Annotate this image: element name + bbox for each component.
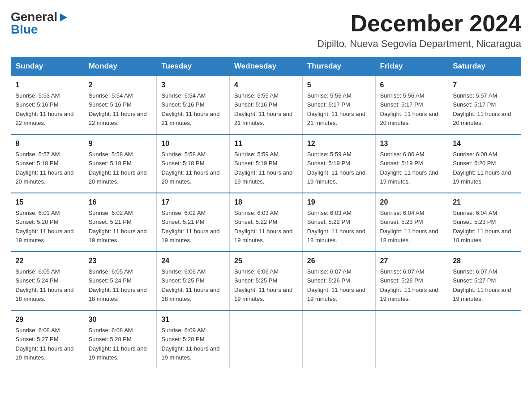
calendar-cell: 12 Sunrise: 5:59 AMSunset: 5:19 PMDaylig…: [302, 134, 375, 193]
calendar-cell: 30 Sunrise: 6:08 AMSunset: 5:28 PMDaylig…: [84, 310, 157, 368]
calendar-cell: 3 Sunrise: 5:54 AMSunset: 5:16 PMDayligh…: [157, 76, 230, 134]
calendar-cell: 18 Sunrise: 6:03 AMSunset: 5:22 PMDaylig…: [230, 193, 303, 252]
day-number: 11: [234, 138, 298, 149]
logo-arrow-icon: [58, 13, 68, 22]
day-info: Sunrise: 5:57 AMSunset: 5:17 PMDaylight:…: [453, 92, 511, 126]
day-number: 25: [234, 256, 298, 266]
day-info: Sunrise: 6:06 AMSunset: 5:25 PMDaylight:…: [234, 268, 292, 302]
weekday-header-tuesday: Tuesday: [157, 57, 230, 76]
calendar-cell: 14 Sunrise: 6:00 AMSunset: 5:20 PMDaylig…: [448, 134, 521, 193]
day-info: Sunrise: 6:00 AMSunset: 5:19 PMDaylight:…: [380, 151, 438, 185]
day-info: Sunrise: 6:08 AMSunset: 5:27 PMDaylight:…: [16, 327, 74, 361]
calendar-cell: 9 Sunrise: 5:58 AMSunset: 5:18 PMDayligh…: [84, 134, 157, 193]
calendar-cell: [230, 310, 303, 368]
day-number: 10: [161, 138, 225, 149]
day-info: Sunrise: 6:06 AMSunset: 5:25 PMDaylight:…: [161, 268, 219, 302]
logo-general: General: [11, 11, 57, 23]
day-number: 1: [16, 80, 79, 90]
day-info: Sunrise: 6:03 AMSunset: 5:22 PMDaylight:…: [234, 210, 292, 244]
calendar-cell: 26 Sunrise: 6:07 AMSunset: 5:26 PMDaylig…: [302, 252, 375, 310]
calendar-cell: 23 Sunrise: 6:05 AMSunset: 5:24 PMDaylig…: [84, 252, 157, 310]
calendar-cell: 4 Sunrise: 5:55 AMSunset: 5:16 PMDayligh…: [230, 76, 303, 134]
title-block: December 2024 Dipilto, Nueva Segovia Dep…: [317, 11, 521, 50]
day-info: Sunrise: 5:54 AMSunset: 5:16 PMDaylight:…: [89, 92, 147, 126]
day-info: Sunrise: 5:56 AMSunset: 5:17 PMDaylight:…: [380, 92, 438, 126]
day-number: 3: [161, 80, 225, 90]
calendar-cell: 17 Sunrise: 6:02 AMSunset: 5:21 PMDaylig…: [157, 193, 230, 252]
day-number: 20: [380, 197, 444, 208]
day-number: 24: [161, 256, 225, 266]
calendar-cell: [302, 310, 375, 368]
day-info: Sunrise: 6:05 AMSunset: 5:24 PMDaylight:…: [89, 268, 147, 302]
calendar-cell: 6 Sunrise: 5:56 AMSunset: 5:17 PMDayligh…: [375, 76, 448, 134]
calendar-cell: 10 Sunrise: 5:58 AMSunset: 5:18 PMDaylig…: [157, 134, 230, 193]
svg-marker-0: [60, 13, 67, 21]
day-number: 23: [89, 256, 152, 266]
day-info: Sunrise: 6:04 AMSunset: 5:23 PMDaylight:…: [453, 210, 511, 244]
day-number: 4: [234, 80, 298, 90]
day-info: Sunrise: 6:00 AMSunset: 5:20 PMDaylight:…: [453, 151, 511, 185]
calendar-cell: 2 Sunrise: 5:54 AMSunset: 5:16 PMDayligh…: [84, 76, 157, 134]
day-info: Sunrise: 6:02 AMSunset: 5:21 PMDaylight:…: [89, 210, 147, 244]
day-info: Sunrise: 6:01 AMSunset: 5:20 PMDaylight:…: [16, 210, 74, 244]
day-number: 17: [161, 197, 225, 208]
weekday-header-friday: Friday: [375, 57, 448, 76]
day-number: 13: [380, 138, 444, 149]
calendar-cell: 11 Sunrise: 5:59 AMSunset: 5:19 PMDaylig…: [230, 134, 303, 193]
day-info: Sunrise: 5:54 AMSunset: 5:16 PMDaylight:…: [161, 92, 219, 126]
calendar-cell: 21 Sunrise: 6:04 AMSunset: 5:23 PMDaylig…: [448, 193, 521, 252]
day-info: Sunrise: 6:08 AMSunset: 5:28 PMDaylight:…: [89, 327, 147, 361]
day-number: 31: [161, 314, 225, 325]
day-info: Sunrise: 5:55 AMSunset: 5:16 PMDaylight:…: [234, 92, 292, 126]
calendar-week-row: 15 Sunrise: 6:01 AMSunset: 5:20 PMDaylig…: [11, 193, 521, 252]
day-info: Sunrise: 6:05 AMSunset: 5:24 PMDaylight:…: [16, 268, 74, 302]
calendar-cell: 8 Sunrise: 5:57 AMSunset: 5:18 PMDayligh…: [11, 134, 84, 193]
weekday-header-sunday: Sunday: [11, 57, 84, 76]
day-number: 15: [16, 197, 79, 208]
day-info: Sunrise: 5:59 AMSunset: 5:19 PMDaylight:…: [234, 151, 292, 185]
day-number: 12: [307, 138, 371, 149]
calendar-cell: 13 Sunrise: 6:00 AMSunset: 5:19 PMDaylig…: [375, 134, 448, 193]
day-info: Sunrise: 6:02 AMSunset: 5:21 PMDaylight:…: [161, 210, 219, 244]
day-info: Sunrise: 6:07 AMSunset: 5:26 PMDaylight:…: [380, 268, 438, 302]
day-number: 5: [307, 80, 371, 90]
calendar-week-row: 1 Sunrise: 5:53 AMSunset: 5:16 PMDayligh…: [11, 76, 521, 134]
logo: General Blue: [11, 11, 68, 36]
calendar-week-row: 22 Sunrise: 6:05 AMSunset: 5:24 PMDaylig…: [11, 252, 521, 310]
day-number: 28: [453, 256, 516, 266]
day-number: 18: [234, 197, 298, 208]
day-info: Sunrise: 6:07 AMSunset: 5:27 PMDaylight:…: [453, 268, 511, 302]
weekday-header-saturday: Saturday: [448, 57, 521, 76]
calendar-cell: 19 Sunrise: 6:03 AMSunset: 5:22 PMDaylig…: [302, 193, 375, 252]
day-number: 30: [89, 314, 152, 325]
calendar-week-row: 29 Sunrise: 6:08 AMSunset: 5:27 PMDaylig…: [11, 310, 521, 368]
calendar-cell: 27 Sunrise: 6:07 AMSunset: 5:26 PMDaylig…: [375, 252, 448, 310]
calendar-cell: [448, 310, 521, 368]
day-number: 22: [16, 256, 79, 266]
page-header: General Blue December 2024 Dipilto, Nuev…: [11, 11, 521, 50]
day-info: Sunrise: 5:57 AMSunset: 5:18 PMDaylight:…: [16, 151, 74, 185]
day-info: Sunrise: 6:07 AMSunset: 5:26 PMDaylight:…: [307, 268, 365, 302]
calendar-cell: 20 Sunrise: 6:04 AMSunset: 5:23 PMDaylig…: [375, 193, 448, 252]
weekday-header-wednesday: Wednesday: [230, 57, 303, 76]
day-number: 21: [453, 197, 516, 208]
day-number: 27: [380, 256, 444, 266]
calendar-cell: 16 Sunrise: 6:02 AMSunset: 5:21 PMDaylig…: [84, 193, 157, 252]
day-number: 16: [89, 197, 152, 208]
calendar-cell: 25 Sunrise: 6:06 AMSunset: 5:25 PMDaylig…: [230, 252, 303, 310]
day-number: 2: [89, 80, 152, 90]
day-number: 19: [307, 197, 371, 208]
day-info: Sunrise: 6:04 AMSunset: 5:23 PMDaylight:…: [380, 210, 438, 244]
calendar-cell: 31 Sunrise: 6:09 AMSunset: 5:28 PMDaylig…: [157, 310, 230, 368]
day-info: Sunrise: 5:56 AMSunset: 5:17 PMDaylight:…: [307, 92, 365, 126]
weekday-header-thursday: Thursday: [302, 57, 375, 76]
calendar-week-row: 8 Sunrise: 5:57 AMSunset: 5:18 PMDayligh…: [11, 134, 521, 193]
calendar-cell: 24 Sunrise: 6:06 AMSunset: 5:25 PMDaylig…: [157, 252, 230, 310]
calendar-cell: 1 Sunrise: 5:53 AMSunset: 5:16 PMDayligh…: [11, 76, 84, 134]
day-info: Sunrise: 5:53 AMSunset: 5:16 PMDaylight:…: [16, 92, 74, 126]
calendar-cell: 28 Sunrise: 6:07 AMSunset: 5:27 PMDaylig…: [448, 252, 521, 310]
calendar-cell: 15 Sunrise: 6:01 AMSunset: 5:20 PMDaylig…: [11, 193, 84, 252]
day-number: 6: [380, 80, 444, 90]
day-number: 7: [453, 80, 516, 90]
calendar-cell: [375, 310, 448, 368]
